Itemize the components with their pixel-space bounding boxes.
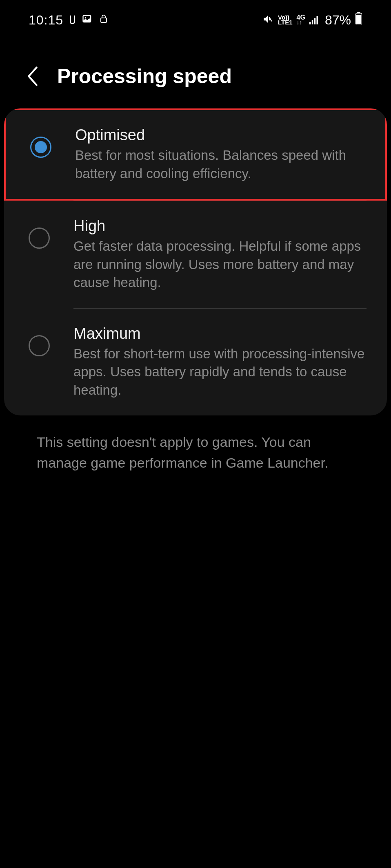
- radio-maximum[interactable]: [29, 335, 50, 356]
- option-title: Optimised: [75, 126, 365, 144]
- svg-rect-10: [356, 15, 362, 24]
- option-text-maximum: Maximum Best for short-term use with pro…: [73, 325, 367, 400]
- option-text-high: High Get faster data processing. Helpful…: [73, 217, 367, 292]
- footer-note: This setting doesn't apply to games. You…: [0, 415, 391, 473]
- option-high[interactable]: High Get faster data processing. Helpful…: [4, 201, 387, 308]
- status-time: 10:15: [29, 13, 63, 28]
- header: Processing speed: [0, 32, 391, 108]
- option-title: Maximum: [73, 325, 367, 342]
- volte-indicator-icon: Vo)) LTE1: [278, 15, 293, 25]
- option-description: Best for short-term use with processing-…: [73, 345, 367, 400]
- option-optimised[interactable]: Optimised Best for most situations. Bala…: [4, 108, 387, 201]
- svg-rect-5: [312, 20, 313, 24]
- page-title: Processing speed: [57, 64, 232, 88]
- status-bar-left: 10:15 U: [29, 13, 109, 28]
- chevron-left-icon: [27, 66, 39, 86]
- network-type-indicator: 4G ↓↑: [297, 15, 305, 25]
- option-description: Get faster data processing. Helpful if s…: [73, 237, 367, 292]
- battery-icon: [355, 12, 362, 28]
- svg-rect-2: [101, 18, 107, 22]
- data-arrows-icon: ↓↑: [297, 20, 305, 25]
- lock-icon: [99, 13, 109, 28]
- option-description: Best for most situations. Balances speed…: [75, 146, 365, 183]
- radio-high[interactable]: [29, 227, 50, 249]
- images-icon: [82, 13, 93, 28]
- u-indicator-icon: U: [69, 13, 76, 27]
- svg-rect-7: [316, 16, 318, 24]
- option-maximum[interactable]: Maximum Best for short-term use with pro…: [4, 309, 387, 416]
- battery-percentage: 87%: [325, 13, 351, 28]
- options-card: Optimised Best for most situations. Bala…: [4, 108, 387, 415]
- status-bar: 10:15 U Vo)) LTE1: [0, 0, 391, 32]
- svg-point-1: [85, 17, 87, 18]
- option-text-optimised: Optimised Best for most situations. Bala…: [75, 126, 365, 183]
- svg-rect-4: [309, 22, 311, 24]
- option-title: High: [73, 217, 367, 235]
- signal-strength-icon: [309, 13, 321, 28]
- mute-icon: [262, 13, 274, 28]
- radio-optimised[interactable]: [30, 137, 51, 158]
- status-bar-right: Vo)) LTE1 4G ↓↑ 87%: [262, 12, 362, 28]
- back-button[interactable]: [24, 68, 41, 84]
- svg-rect-6: [314, 18, 316, 24]
